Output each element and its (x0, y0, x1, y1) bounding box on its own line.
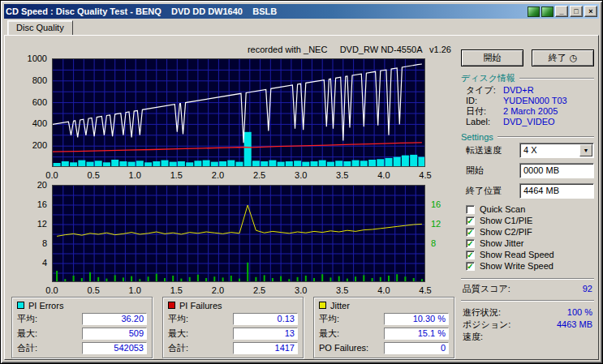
checkbox-label: Quick Scan (480, 204, 525, 214)
y-axis-label: 400 (32, 119, 47, 127)
checkbox-show-write-speed[interactable]: ✓ (466, 262, 475, 271)
checkbox-label: Show C1/PIE (480, 216, 532, 225)
stats-value: 542053 (82, 342, 147, 354)
x-axis-label: 2.5 (253, 170, 265, 180)
y-axis-label: 200 (32, 141, 47, 149)
checkbox-label: Show Write Speed (480, 261, 553, 271)
y-axis-label: 12 (431, 220, 441, 228)
checkbox-label: Show C2/PIF (480, 227, 532, 237)
exit-button[interactable]: 終了 ◷ (532, 49, 594, 66)
x-axis-label: 2.5 (253, 285, 265, 295)
checkbox-quick-scan[interactable] (466, 205, 475, 214)
checkbox-row: Quick Scan (466, 203, 594, 215)
checkbox-show-jitter[interactable]: ✓ (466, 239, 475, 248)
start-position-label: 開始 (466, 165, 484, 177)
status-rows: 進行状況:100 %ポジション:4463 MB速度: (463, 306, 592, 343)
end-position-field[interactable] (519, 183, 594, 199)
settings-header-label: Settings (461, 132, 493, 142)
minimize-button[interactable]: _ (555, 6, 568, 17)
quality-score-value: 92 (583, 284, 592, 294)
checkbox-row: ✓Show C1/PIE (466, 215, 594, 226)
disc-info-value: YUDEN000 T03 (503, 96, 567, 106)
disc-info-label: タイプ: (466, 85, 503, 96)
tab-disc-quality[interactable]: Disc Quality (7, 20, 73, 35)
start-button[interactable]: 開始 (461, 49, 523, 66)
window-controls: _ □ × (528, 6, 597, 17)
content-panel: recorded with _NEC DVD_RW ND-4550A v1.26… (4, 35, 599, 360)
chart-icon[interactable] (528, 6, 540, 17)
action-buttons: 開始 終了 ◷ (461, 49, 594, 66)
checkbox-label: Show Read Speed (480, 250, 554, 259)
stats-row: 平均:10.30 % (319, 312, 449, 325)
close-icon[interactable]: × (584, 6, 597, 17)
y-axis-label: 16 (431, 200, 441, 208)
stats-label: 平均: (319, 313, 384, 325)
y-axis-label: 600 (32, 98, 47, 106)
disc-info-row: タイプ:DVD+R (466, 85, 594, 96)
x-axis-label: 3.5 (336, 170, 348, 180)
disc-info-value: 2 March 2005 (503, 106, 558, 117)
stats-row: 平均:36.20 (17, 312, 147, 325)
stats-row: 最大:509 (17, 327, 147, 340)
start-position-field[interactable] (519, 163, 594, 178)
option-checkboxes: Quick Scan✓Show C1/PIE✓Show C2/PIF✓Show … (466, 203, 594, 272)
x-axis-label: 4.0 (377, 170, 390, 180)
start-button-label: 開始 (484, 52, 502, 64)
maximize-button[interactable]: □ (570, 6, 583, 17)
x-axis-label: 4.5 (419, 170, 431, 180)
divider (461, 300, 594, 302)
checkbox-show-c2-pif[interactable]: ✓ (466, 228, 475, 237)
chart-icon[interactable] (541, 6, 553, 17)
disc-info-header-label: ディスク情報 (461, 72, 515, 84)
quality-score-row: 品質スコア: 92 (463, 284, 592, 294)
x-axis-label: 3.0 (295, 285, 307, 295)
x-axis-label: 0.5 (87, 170, 99, 180)
status-row: 速度: (463, 331, 592, 343)
stats-label: 最大: (319, 328, 384, 340)
top-chart-x-axis: 0.00.51.01.52.02.53.03.54.04.5 (52, 170, 433, 180)
stats-box-title: PI Errors (17, 300, 147, 310)
stats-box-label: Jitter (330, 301, 350, 310)
disc-info-label: Label: (466, 117, 503, 127)
stats-value: 10.30 % (384, 313, 449, 325)
end-position-row: 終了位置 (466, 182, 594, 199)
stats-label: 最大: (17, 328, 82, 340)
settings-header: Settings (461, 131, 594, 142)
jitter-legend-icon (319, 302, 326, 309)
title-bar[interactable]: CD Speed : Disc Quality Test - BENQ DVD … (4, 4, 599, 19)
stats-row: PO Failures:0 (319, 341, 449, 354)
bottom-chart-right-axis: 16128 (429, 185, 450, 282)
y-axis-label: 1000 (28, 54, 47, 62)
stats-value: 509 (82, 328, 147, 340)
x-axis-label: 0.5 (87, 285, 99, 295)
stats-row: 最大:13 (168, 327, 298, 340)
status-label: ポジション: (463, 319, 510, 331)
chevron-down-icon[interactable]: ▼ (579, 144, 592, 156)
tab-strip: Disc Quality (7, 20, 73, 36)
x-axis-label: 1.5 (170, 170, 183, 180)
disc-info-value: DVD_VIDEO (503, 117, 555, 127)
x-axis-label: 1.0 (129, 285, 141, 295)
transfer-rate-select[interactable]: 4 X ▼ (519, 143, 594, 158)
stats-box-title: PI Failures (168, 300, 298, 310)
y-axis-label: 12 (37, 220, 47, 228)
stats-box-label: PI Errors (28, 301, 63, 310)
checkbox-show-read-speed[interactable]: ✓ (466, 251, 475, 259)
transfer-rate-row: 転送速度 4 X ▼ (466, 142, 594, 158)
exit-button-label: 終了 (549, 52, 566, 64)
statistics-row: PI Errors平均:36.20最大:509合計:542053PI Failu… (11, 297, 454, 358)
disc-info-row: Label:DVD_VIDEO (466, 117, 594, 127)
stats-row: 合計:1417 (168, 341, 298, 354)
stats-label: PO Failures: (319, 343, 384, 353)
checkbox-show-c1-pie[interactable]: ✓ (466, 216, 475, 225)
stats-value: 0.13 (233, 313, 298, 325)
disc-info-label: 日付: (466, 106, 503, 117)
x-axis-label: 1.0 (129, 170, 141, 180)
stats-value: 1417 (233, 342, 298, 354)
disc-info-label: ID: (466, 96, 503, 106)
pi-errors-stats-box: PI Errors平均:36.20最大:509合計:542053 (11, 297, 153, 358)
y-axis-label: 800 (32, 76, 47, 84)
y-axis-label: 16 (37, 200, 47, 208)
divider (461, 278, 594, 280)
status-value: 100 % (567, 306, 592, 319)
